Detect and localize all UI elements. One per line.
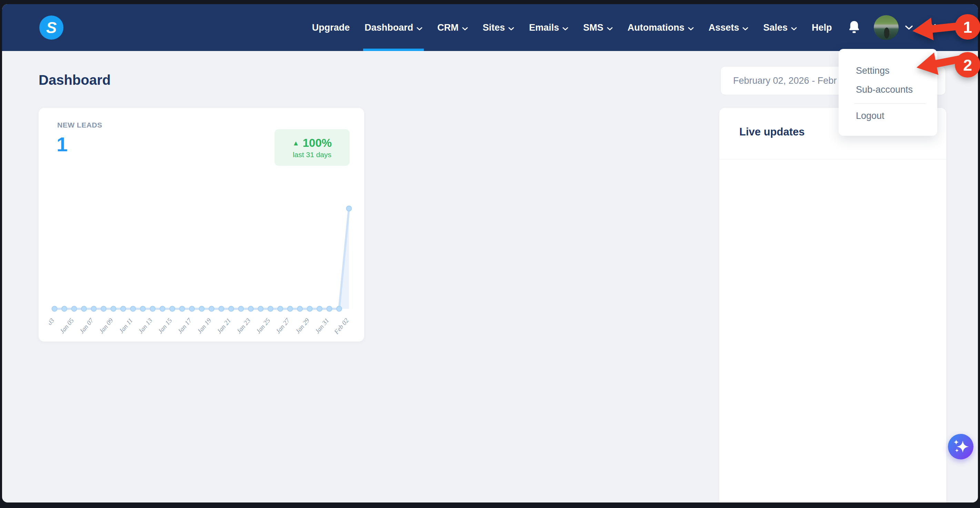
date-range-value: February 02, 2026 - Febr xyxy=(733,75,837,86)
svg-text:Jan 15: Jan 15 xyxy=(157,317,173,335)
nav-item-sites[interactable]: Sites xyxy=(483,4,514,51)
app-window: S Upgrade Dashboard CRM Sites Emails xyxy=(2,4,978,502)
nav-label: Assets xyxy=(709,22,739,33)
leads-line-chart: Jan 03Jan 05Jan 07Jan 09Jan 11Jan 13Jan … xyxy=(49,196,359,338)
menu-item-label: Logout xyxy=(856,111,885,121)
chevron-down-icon xyxy=(791,22,797,33)
menu-divider xyxy=(854,103,926,104)
ai-assistant-button[interactable] xyxy=(948,434,974,459)
menu-item-settings[interactable]: Settings xyxy=(838,61,937,80)
change-period: last 31 days xyxy=(293,151,331,159)
live-updates-panel: Live updates xyxy=(719,108,946,502)
nav-item-automations[interactable]: Automations xyxy=(628,4,694,51)
nav-item-help[interactable]: Help xyxy=(812,4,832,51)
nav-item-crm[interactable]: CRM xyxy=(437,4,468,51)
nav-label: Help xyxy=(812,22,832,33)
chevron-down-icon xyxy=(562,22,568,33)
svg-text:Jan 03: Jan 03 xyxy=(49,317,56,335)
svg-text:Jan 23: Jan 23 xyxy=(235,317,252,335)
nav-menu: Upgrade Dashboard CRM Sites Emails SMS xyxy=(312,4,832,51)
svg-text:Jan 19: Jan 19 xyxy=(196,317,213,335)
nav-label: Sales xyxy=(763,22,788,33)
nav-label: Emails xyxy=(529,22,559,33)
chevron-down-icon xyxy=(607,22,613,33)
nav-label: Upgrade xyxy=(312,22,350,33)
brand-logo-letter: S xyxy=(46,18,57,37)
svg-text:Jan 17: Jan 17 xyxy=(176,316,193,335)
nav-item-assets[interactable]: Assets xyxy=(709,4,749,51)
nav-label: SMS xyxy=(583,22,603,33)
new-leads-value: 1 xyxy=(57,133,68,156)
account-dropdown-menu: Settings Sub-accounts Logout xyxy=(838,49,937,136)
change-badge-top: ▲ 100% xyxy=(293,137,332,149)
nav-label: Sites xyxy=(483,22,505,33)
sparkle-icon xyxy=(948,434,974,459)
nav-label: CRM xyxy=(437,22,459,33)
live-updates-title: Live updates xyxy=(739,126,805,138)
language-selector[interactable]: EN xyxy=(923,22,937,33)
menu-item-label: Sub-accounts xyxy=(856,84,913,95)
top-nav: S Upgrade Dashboard CRM Sites Emails xyxy=(2,4,978,51)
account-chevron-down-icon[interactable] xyxy=(905,25,913,30)
change-percent: 100% xyxy=(303,137,332,149)
chevron-down-icon xyxy=(742,22,748,33)
nav-item-dashboard[interactable]: Dashboard xyxy=(364,4,422,51)
chevron-down-icon xyxy=(417,22,422,33)
chevron-down-icon xyxy=(462,22,468,33)
language-chevron-down-icon[interactable] xyxy=(941,25,948,30)
nav-item-upgrade[interactable]: Upgrade xyxy=(312,4,350,51)
svg-text:Jan 27: Jan 27 xyxy=(274,316,291,335)
nav-item-sales[interactable]: Sales xyxy=(763,4,797,51)
nav-label: Dashboard xyxy=(364,22,413,33)
new-leads-card: NEW LEADS 1 ▲ 100% last 31 days Jan 03Ja… xyxy=(39,108,364,341)
svg-text:Jan 09: Jan 09 xyxy=(98,317,115,335)
notifications-bell-icon[interactable] xyxy=(847,20,861,35)
svg-text:Jan 07: Jan 07 xyxy=(78,316,95,335)
change-badge: ▲ 100% last 31 days xyxy=(274,129,350,166)
menu-item-logout[interactable]: Logout xyxy=(838,106,937,125)
nav-item-sms[interactable]: SMS xyxy=(583,4,613,51)
svg-text:Jan 13: Jan 13 xyxy=(137,317,154,335)
svg-text:Jan 05: Jan 05 xyxy=(58,317,75,335)
trend-up-icon: ▲ xyxy=(293,140,299,146)
menu-item-label: Settings xyxy=(856,65,890,76)
page-title: Dashboard xyxy=(39,72,111,88)
svg-text:Feb 02: Feb 02 xyxy=(332,317,350,336)
svg-text:Jan 21: Jan 21 xyxy=(215,317,232,335)
svg-text:Jan 29: Jan 29 xyxy=(294,317,311,335)
chevron-down-icon xyxy=(508,22,514,33)
svg-text:Jan 31: Jan 31 xyxy=(313,317,330,335)
nav-label: Automations xyxy=(628,22,684,33)
chevron-down-icon xyxy=(688,22,694,33)
nav-item-emails[interactable]: Emails xyxy=(529,4,568,51)
menu-item-sub-accounts[interactable]: Sub-accounts xyxy=(838,80,937,99)
svg-text:Jan 25: Jan 25 xyxy=(255,317,271,335)
svg-text:Jan 11: Jan 11 xyxy=(118,317,134,335)
brand-logo[interactable]: S xyxy=(39,16,64,40)
card-title: NEW LEADS xyxy=(57,121,102,129)
nav-right-cluster: EN xyxy=(847,15,948,40)
user-avatar[interactable] xyxy=(874,15,899,40)
